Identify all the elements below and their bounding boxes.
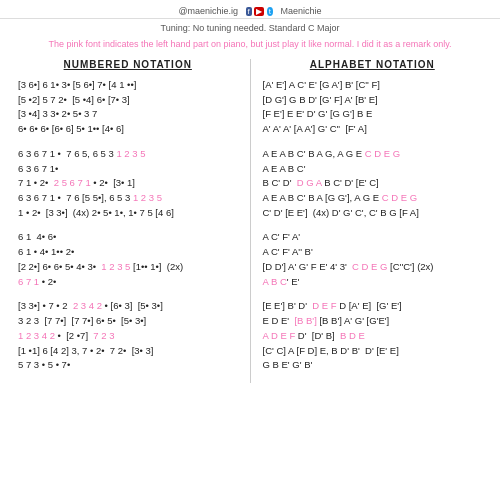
right-block-3: A C' F' A' A C' F' A'' B' [D D'] A' G' F… [263,230,483,289]
left-block-2: 6 3 6 7 1 • 7 6 5, 6 5 3 1 2 3 5 6 3 6 7… [18,147,238,221]
left-block-3: 6 1 4• 6• 6 1 • 4• 1•• 2• [2 2•] 6• 6• 5… [18,230,238,289]
right-title: ALPHABET NOTATION [263,59,483,70]
twitter-icon: t [267,7,273,16]
social-icons: f ▶ t [246,6,276,16]
tuning-line: Tuning: No tuning needed. Standard C Maj… [0,19,500,37]
right-block-2: A E A B C' B A G, A G E C D E G A E A B … [263,147,483,221]
right-block-4: [E E'] B' D' D E F D [A' E] [G' E'] E D … [263,299,483,373]
left-title: NUMBERED NOTATION [18,59,238,70]
facebook-icon: f [246,7,252,16]
remark-line: The pink font indicates the left hand pa… [0,37,500,55]
top-bar: @maenichie.ig f ▶ t Maenichie [0,0,500,19]
handle: @maenichie.ig [178,6,238,16]
youtube-icon: ▶ [254,7,264,16]
left-block-1: [3 6•] 6 1• 3• [5 6•] 7• [4 1 ••] [5 •2]… [18,78,238,137]
right-column: ALPHABET NOTATION [A' E'] A C' E' [G A']… [255,59,491,383]
left-column: NUMBERED NOTATION [3 6•] 6 1• 3• [5 6•] … [10,59,246,383]
right-block-1: [A' E'] A C' E' [G A'] B' [C'' F] [D G']… [263,78,483,137]
left-block-4: [3 3•] • 7 • 2 2 3 4 2 • [6• 3] [5• 3•] … [18,299,238,373]
column-divider [250,59,251,383]
handle2: Maenichie [281,6,322,16]
